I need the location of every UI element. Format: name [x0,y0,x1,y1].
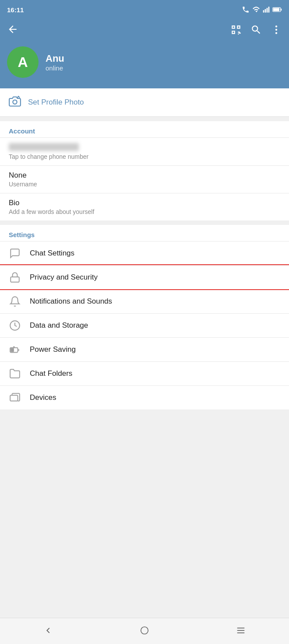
clock-icon [9,320,21,331]
svg-point-8 [275,29,277,31]
profile-section: A Anu online [0,46,289,88]
lock-icon [9,272,21,283]
svg-rect-13 [11,277,19,282]
back-button[interactable] [7,24,18,38]
data-storage-label: Data and Storage [30,321,88,330]
account-section-header: Account [0,121,289,137]
chat-icon [9,248,21,259]
status-time: 16:11 [7,6,24,14]
username-label: Username [9,181,280,188]
username-value: None [9,171,280,180]
nav-back-button[interactable] [0,626,96,635]
status-icons [242,6,282,14]
svg-rect-3 [268,7,270,12]
header-actions [230,24,282,37]
phone-hint: Tap to change phone number [9,153,280,160]
profile-name: Anu [46,53,64,64]
folder-icon [9,368,21,379]
bio-row[interactable]: Bio Add a few words about yourself [0,193,289,220]
section-gap-2 [0,220,289,225]
svg-point-9 [275,32,277,34]
power-icon [9,344,21,355]
bottom-nav [0,618,289,644]
phone-row[interactable]: Tap to change phone number [0,137,289,165]
svg-rect-6 [273,8,279,11]
account-section: Account Tap to change phone number None … [0,121,289,220]
settings-item-chat-folders[interactable]: Chat Folders [0,361,289,385]
signal-icon [263,6,270,14]
header-bar [0,19,289,46]
svg-point-18 [141,626,148,634]
chat-folders-label: Chat Folders [30,369,72,378]
svg-rect-2 [267,8,268,13]
settings-item-power-saving[interactable]: Power Saving [0,337,289,361]
bio-hint: Add a few words about yourself [9,208,280,215]
devices-label: Devices [30,393,56,402]
settings-item-data-storage[interactable]: Data and Storage [0,313,289,337]
nav-menu-button[interactable] [193,626,289,635]
settings-item-notifications[interactable]: Notifications and Sounds [0,289,289,313]
camera-icon [9,95,21,109]
power-saving-label: Power Saving [30,345,76,354]
status-bar: 16:11 [0,0,289,19]
set-photo-label: Set Profile Photo [28,98,84,107]
notifications-sounds-label: Notifications and Sounds [30,297,112,306]
svg-rect-1 [265,9,266,13]
svg-rect-16 [11,348,14,352]
privacy-security-label: Privacy and Security [30,273,98,282]
search-button[interactable] [250,24,262,37]
qr-button[interactable] [230,24,242,37]
bio-value: Bio [9,199,280,207]
devices-icon [9,392,21,403]
phone-number-blurred [9,143,79,151]
call-icon [242,6,250,14]
content: Set Profile Photo Account Tap to change … [0,88,289,618]
svg-point-7 [275,25,277,27]
profile-info: Anu online [46,53,64,72]
profile-status: online [46,64,64,72]
chat-settings-label: Chat Settings [30,249,74,258]
svg-rect-0 [263,10,264,12]
settings-section: Settings Chat Settings Privacy and Secur… [0,225,289,410]
settings-item-chat-settings[interactable]: Chat Settings [0,241,289,265]
nav-home-button[interactable] [96,626,193,635]
set-profile-photo-row[interactable]: Set Profile Photo [0,88,289,117]
more-button[interactable] [271,24,282,37]
section-gap-1 [0,117,289,121]
svg-rect-17 [10,396,18,401]
settings-item-privacy-security[interactable]: Privacy and Security [0,265,289,289]
wifi-icon [252,6,260,14]
svg-rect-5 [281,9,282,11]
username-row[interactable]: None Username [0,165,289,193]
svg-point-10 [13,100,17,104]
battery-status-icon [272,7,282,13]
avatar: A [7,46,39,78]
svg-line-12 [18,96,19,97]
settings-section-header: Settings [0,225,289,241]
bell-icon [9,296,21,307]
settings-item-devices[interactable]: Devices [0,385,289,410]
